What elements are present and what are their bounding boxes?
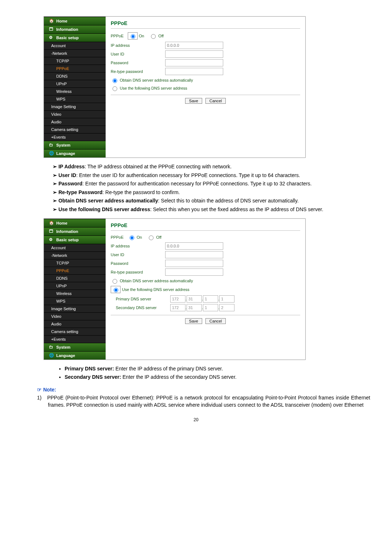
note-list: 1) PPPoE (Point-to-Point Protocol over E… xyxy=(22,394,370,409)
sdns-3[interactable] xyxy=(203,304,218,311)
sidebar-upnp[interactable]: UPnP xyxy=(44,80,106,87)
pdns-4[interactable] xyxy=(219,295,234,303)
save-button[interactable]: Save xyxy=(185,318,202,324)
dns-manual-radio[interactable] xyxy=(113,86,117,91)
system-icon: 🗀 xyxy=(49,143,54,148)
dns-auto-radio[interactable] xyxy=(113,78,117,83)
off-label: Off xyxy=(158,34,163,38)
userid-label: User ID xyxy=(111,253,165,257)
dns-auto-radio[interactable] xyxy=(113,279,117,284)
sidebar-events[interactable]: +Events xyxy=(44,133,106,141)
retype-label: Re-type password xyxy=(111,270,165,274)
sidebar-camera-setting[interactable]: Camera setting xyxy=(44,126,106,133)
hand-icon: ☞ xyxy=(37,387,42,393)
save-button[interactable]: Save xyxy=(185,98,202,104)
on-label: On xyxy=(139,34,144,38)
page-number: 20 xyxy=(22,417,370,422)
sidebar-camera-setting[interactable]: Camera setting xyxy=(44,328,106,335)
off-label: Off xyxy=(156,235,161,239)
pppoe-on-radio[interactable] xyxy=(130,235,134,240)
sidebar-audio[interactable]: Audio xyxy=(44,118,106,126)
screenshot-pppoe-manual: 🏠Home 🗔Information ⚙Basic setup Account … xyxy=(44,218,306,360)
sidebar-video[interactable]: Video xyxy=(44,110,106,118)
pdns-3[interactable] xyxy=(203,295,218,303)
sidebar-basic-setup[interactable]: ⚙Basic setup xyxy=(44,33,106,42)
ip-label: IP address xyxy=(111,244,165,248)
retype-input[interactable] xyxy=(165,68,223,75)
retype-input[interactable] xyxy=(165,268,223,276)
sidebar-account[interactable]: Account xyxy=(44,42,106,49)
userid-input[interactable] xyxy=(165,251,223,258)
sidebar-tcpip[interactable]: TCP/IP xyxy=(44,57,106,65)
pppoe-label: PPPoE xyxy=(111,235,123,239)
sdns-2[interactable] xyxy=(187,304,202,311)
gear-icon: ⚙ xyxy=(49,35,54,40)
sidebar-tcpip[interactable]: TCP/IP xyxy=(44,259,106,267)
ip-input[interactable] xyxy=(165,42,223,49)
globe-icon: 🌐 xyxy=(49,151,54,156)
pppoe-on-highlight xyxy=(128,32,138,40)
sidebar-system[interactable]: 🗀System xyxy=(44,141,106,149)
sidebar-ddns[interactable]: DDNS xyxy=(44,274,106,282)
globe-icon: 🌐 xyxy=(49,353,54,358)
sidebar-pppoe[interactable]: PPPoE xyxy=(44,267,106,274)
screenshot-pppoe-auto: 🏠Home 🗔Information ⚙Basic setup Account … xyxy=(44,16,306,158)
sidebar-wireless[interactable]: Wireless xyxy=(44,87,106,95)
pdns-2[interactable] xyxy=(187,295,202,303)
section-title: PPPoE xyxy=(111,222,300,231)
sidebar-network[interactable]: -Network xyxy=(44,49,106,57)
description-list-2: Primary DNS server: Enter the IP address… xyxy=(22,365,370,381)
userid-label: User ID xyxy=(111,52,165,56)
sidebar-wps[interactable]: WPS xyxy=(44,297,106,305)
sidebar-system[interactable]: 🗀System xyxy=(44,343,106,351)
sdns-label: Secondary DNS server xyxy=(116,305,170,310)
info-icon: 🗔 xyxy=(49,229,54,234)
sidebar-language[interactable]: 🌐Language xyxy=(44,149,106,157)
sidebar-audio[interactable]: Audio xyxy=(44,320,106,328)
sidebar-video[interactable]: Video xyxy=(44,312,106,320)
sidebar-ddns[interactable]: DDNS xyxy=(44,72,106,80)
retype-label: Re-type password xyxy=(111,69,165,74)
content-panel: PPPoE PPPoE On Off IP address User ID Pa… xyxy=(106,17,305,157)
cancel-button[interactable]: Cancel xyxy=(205,318,226,324)
pdns-1[interactable] xyxy=(170,295,185,303)
sidebar-wireless[interactable]: Wireless xyxy=(44,290,106,297)
sidebar-information[interactable]: 🗔Information xyxy=(44,227,106,235)
sidebar-wps[interactable]: WPS xyxy=(44,95,106,103)
sidebar-events[interactable]: +Events xyxy=(44,335,106,343)
dns-manual-radio[interactable] xyxy=(114,288,118,292)
pdns-label: Primary DNS server xyxy=(116,297,170,301)
sidebar-home[interactable]: 🏠Home xyxy=(44,17,106,25)
sidebar-language[interactable]: 🌐Language xyxy=(44,351,106,360)
sidebar-basic-setup[interactable]: ⚙Basic setup xyxy=(44,235,106,244)
sidebar-home[interactable]: 🏠Home xyxy=(44,219,106,227)
sidebar-pppoe[interactable]: PPPoE xyxy=(44,65,106,72)
dns-auto-label: Obtain DNS server address automatically xyxy=(120,279,193,283)
pppoe-on-radio[interactable] xyxy=(131,34,135,39)
home-icon: 🏠 xyxy=(49,19,54,24)
password-input[interactable] xyxy=(165,260,223,267)
password-input[interactable] xyxy=(165,59,223,66)
sdns-4[interactable] xyxy=(219,304,234,311)
sidebar-account[interactable]: Account xyxy=(44,244,106,251)
sidebar-network[interactable]: -Network xyxy=(44,251,106,259)
sidebar-information[interactable]: 🗔Information xyxy=(44,25,106,33)
sidebar-image-setting[interactable]: Image Setting xyxy=(44,103,106,110)
password-label: Password xyxy=(111,261,165,266)
pppoe-off-radio[interactable] xyxy=(149,235,154,240)
description-list-1: IP Address: The IP address obtained at t… xyxy=(22,163,370,213)
note-heading: ☞Note: xyxy=(37,387,370,393)
gear-icon: ⚙ xyxy=(49,237,54,242)
password-label: Password xyxy=(111,61,165,65)
section-title: PPPoE xyxy=(111,20,300,29)
sidebar: 🏠Home 🗔Information ⚙Basic setup Account … xyxy=(44,17,106,157)
sidebar-image-setting[interactable]: Image Setting xyxy=(44,305,106,312)
pppoe-off-radio[interactable] xyxy=(151,34,156,39)
ip-input[interactable] xyxy=(165,242,223,250)
cancel-button[interactable]: Cancel xyxy=(205,98,226,104)
sdns-1[interactable] xyxy=(170,304,185,311)
sidebar-upnp[interactable]: UPnP xyxy=(44,282,106,290)
userid-input[interactable] xyxy=(165,50,223,58)
home-icon: 🏠 xyxy=(49,221,54,226)
dns-manual-label: Use the following DNS server address xyxy=(120,86,187,90)
